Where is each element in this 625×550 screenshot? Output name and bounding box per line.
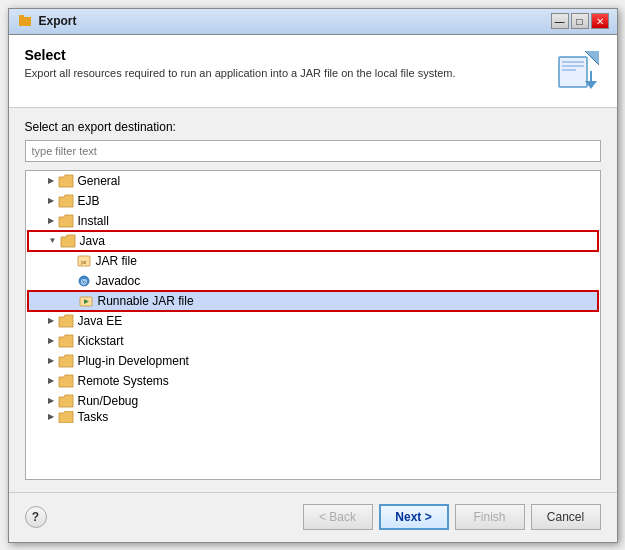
header-title: Select — [25, 47, 456, 63]
header-description: Export all resources required to run an … — [25, 67, 456, 79]
remote-sys-label: Remote Systems — [78, 374, 169, 388]
close-button[interactable]: ✕ — [591, 13, 609, 29]
back-button[interactable]: < Back — [303, 504, 373, 530]
folder-icon-plugin-dev — [58, 354, 74, 368]
help-button[interactable]: ? — [25, 506, 47, 528]
svg-rect-3 — [562, 61, 584, 63]
tree-item-java-ee[interactable]: ▶ Java EE — [26, 311, 600, 331]
folder-icon-remote-sys — [58, 374, 74, 388]
content-label: Select an export destination: — [25, 120, 601, 134]
tree-item-remote-sys[interactable]: ▶ Remote Systems — [26, 371, 600, 391]
expand-arrow-kickstart: ▶ — [44, 334, 58, 348]
content-area: Select an export destination: ▶ General … — [9, 108, 617, 492]
run-debug-label: Run/Debug — [78, 394, 139, 408]
tree-item-ejb[interactable]: ▶ EJB — [26, 191, 600, 211]
folder-icon-tasks — [58, 411, 74, 423]
filter-input[interactable] — [25, 140, 601, 162]
svg-rect-5 — [562, 69, 576, 71]
tasks-label: Tasks — [78, 411, 109, 423]
svg-text:jar: jar — [80, 259, 87, 265]
svg-rect-1 — [19, 15, 24, 18]
javadoc-icon: @ — [76, 274, 92, 288]
expand-arrow-tasks: ▶ — [44, 411, 58, 423]
jar-icon: jar — [76, 254, 92, 268]
tree-item-runnable-jar[interactable]: ▶ Runnable JAR file — [28, 291, 598, 311]
tree-item-general[interactable]: ▶ General — [26, 171, 600, 191]
expand-arrow-java: ▼ — [46, 234, 60, 248]
svg-rect-0 — [19, 17, 31, 26]
svg-text:@: @ — [80, 278, 87, 285]
tree-container[interactable]: ▶ General ▶ EJB ▶ Install — [25, 170, 601, 480]
header-section: Select Export all resources required to … — [9, 35, 617, 108]
folder-icon-general — [58, 174, 74, 188]
expand-arrow-plugin-dev: ▶ — [44, 354, 58, 368]
folder-icon-java — [60, 234, 76, 248]
header-text: Select Export all resources required to … — [25, 47, 456, 79]
export-icon — [553, 47, 601, 95]
tree-item-install[interactable]: ▶ Install — [26, 211, 600, 231]
footer: ? < Back Next > Finish Cancel — [9, 492, 617, 542]
java-label: Java — [80, 234, 105, 248]
expand-arrow-ejb: ▶ — [44, 194, 58, 208]
window-title: Export — [39, 14, 551, 28]
export-dialog: Export — □ ✕ Select Export all resources… — [8, 8, 618, 543]
kickstart-label: Kickstart — [78, 334, 124, 348]
expand-arrow-java-ee: ▶ — [44, 314, 58, 328]
tree-item-tasks[interactable]: ▶ Tasks — [26, 411, 600, 423]
tree-item-javadoc[interactable]: ▶ @ Javadoc — [26, 271, 600, 291]
tree-item-run-debug[interactable]: ▶ Run/Debug — [26, 391, 600, 411]
jar-label: JAR file — [96, 254, 137, 268]
install-label: Install — [78, 214, 109, 228]
window-icon — [17, 13, 33, 29]
runnable-jar-label: Runnable JAR file — [98, 294, 194, 308]
minimize-button[interactable]: — — [551, 13, 569, 29]
tree-item-kickstart[interactable]: ▶ Kickstart — [26, 331, 600, 351]
runnable-jar-icon — [78, 294, 94, 308]
folder-icon-java-ee — [58, 314, 74, 328]
java-ee-label: Java EE — [78, 314, 123, 328]
svg-rect-4 — [562, 65, 584, 67]
folder-icon-ejb — [58, 194, 74, 208]
expand-arrow-install: ▶ — [44, 214, 58, 228]
plugin-dev-label: Plug-in Development — [78, 354, 189, 368]
folder-icon-run-debug — [58, 394, 74, 408]
window-controls: — □ ✕ — [551, 13, 609, 29]
tree-item-java[interactable]: ▼ Java — [28, 231, 598, 251]
folder-icon-install — [58, 214, 74, 228]
expand-arrow-remote-sys: ▶ — [44, 374, 58, 388]
footer-right: < Back Next > Finish Cancel — [303, 504, 601, 530]
javadoc-label: Javadoc — [96, 274, 141, 288]
tree-item-plugin-dev[interactable]: ▶ Plug-in Development — [26, 351, 600, 371]
general-label: General — [78, 174, 121, 188]
ejb-label: EJB — [78, 194, 100, 208]
folder-icon-kickstart — [58, 334, 74, 348]
finish-button[interactable]: Finish — [455, 504, 525, 530]
expand-arrow-run-debug: ▶ — [44, 394, 58, 408]
title-bar: Export — □ ✕ — [9, 9, 617, 35]
footer-left: ? — [25, 506, 47, 528]
tree-item-jar[interactable]: ▶ jar JAR file — [26, 251, 600, 271]
next-button[interactable]: Next > — [379, 504, 449, 530]
expand-arrow-general: ▶ — [44, 174, 58, 188]
cancel-button[interactable]: Cancel — [531, 504, 601, 530]
maximize-button[interactable]: □ — [571, 13, 589, 29]
